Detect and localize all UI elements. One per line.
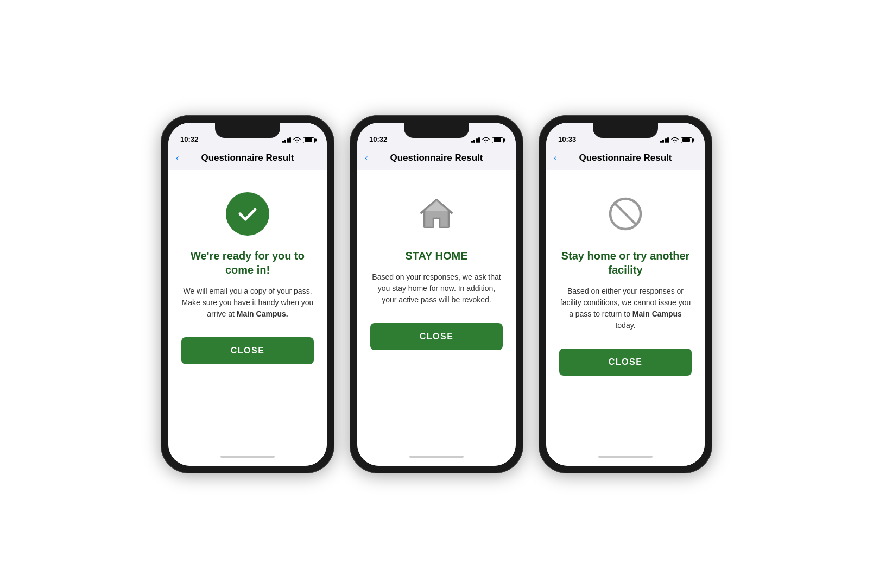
phone-wrapper-3: 10:33 [539,115,712,473]
result-title-1: We're ready for you to come in! [181,249,314,277]
battery-icon-2 [492,137,504,143]
svg-line-1 [615,203,636,225]
phone-screen-1: 10:32 [168,123,327,466]
result-title-2: STAY HOME [405,249,467,263]
wifi-icon-3 [671,137,679,143]
ban-icon [606,194,645,233]
home-indicator-bar-2 [409,456,464,458]
status-time-3: 10:33 [558,135,576,143]
phone-notch-1 [215,123,280,138]
battery-fill-3 [682,138,690,142]
close-button-2[interactable]: CLOSE [370,323,503,350]
result-body-3: Based on either your responses or facili… [559,286,692,331]
phone-notch-2 [404,123,469,138]
nav-bar-3: ‹ Questionnaire Result [546,147,705,170]
phone-2: 10:32 [350,115,523,473]
phone-wrapper-2: 10:32 [350,115,523,473]
nav-title-1: Questionnaire Result [201,153,294,163]
home-indicator-3 [546,447,705,466]
signal-bar-4 [289,137,291,143]
home-indicator-1 [168,447,327,466]
nav-title-3: Questionnaire Result [579,153,672,163]
back-button-3[interactable]: ‹ [554,153,557,163]
signal-bar-2 [284,140,286,143]
battery-fill-1 [305,138,312,142]
house-icon [417,194,456,233]
signal-bar-1 [282,141,284,143]
nav-title-2: Questionnaire Result [390,153,483,163]
signal-bar-1 [660,141,662,143]
phone-wrapper-1: 10:32 [161,115,334,473]
signal-bar-3 [287,138,289,143]
nav-bar-1: ‹ Questionnaire Result [168,147,327,170]
close-button-1[interactable]: CLOSE [181,337,314,364]
signal-bar-4 [667,137,669,143]
signal-bar-2 [662,140,664,143]
battery-icon-1 [303,137,315,143]
result-icon-2 [415,192,458,236]
status-icons-1 [282,137,315,143]
content-2: STAY HOME Based on your responses, we as… [357,170,516,447]
home-indicator-bar-3 [598,456,653,458]
result-body-2: Based on your responses, we ask that you… [370,271,503,306]
content-1: We're ready for you to come in! We will … [168,170,327,447]
nav-bar-2: ‹ Questionnaire Result [357,147,516,170]
battery-fill-2 [494,138,501,142]
phone-screen-2: 10:32 [357,123,516,466]
result-title-3: Stay home or try another facility [559,249,692,277]
phone-notch-3 [593,123,658,138]
result-icon-1 [226,192,269,236]
result-body-1: We will email you a copy of your pass. M… [181,286,314,320]
result-icon-3 [604,192,647,236]
status-icons-2 [471,137,504,143]
back-button-1[interactable]: ‹ [176,153,179,163]
home-indicator-2 [357,447,516,466]
status-time-1: 10:32 [180,135,198,143]
battery-icon-3 [681,137,693,143]
phone-1: 10:32 [161,115,334,473]
signal-bar-2 [473,140,475,143]
status-time-2: 10:32 [369,135,387,143]
home-indicator-bar-1 [220,456,275,458]
signal-bar-3 [476,138,478,143]
status-icons-3 [660,137,693,143]
signal-bar-4 [478,137,480,143]
close-button-3[interactable]: CLOSE [559,349,692,376]
phone-screen-3: 10:33 [546,123,705,466]
wifi-icon-1 [293,137,301,143]
phones-container: 10:32 [161,115,712,473]
signal-bars-3 [660,137,669,143]
signal-bars-1 [282,137,292,143]
check-icon [226,192,269,236]
signal-bar-3 [665,138,667,143]
content-3: Stay home or try another facility Based … [546,170,705,447]
phone-3: 10:33 [539,115,712,473]
signal-bar-1 [471,141,473,143]
signal-bars-2 [471,137,480,143]
back-button-2[interactable]: ‹ [365,153,368,163]
wifi-icon-2 [482,137,490,143]
